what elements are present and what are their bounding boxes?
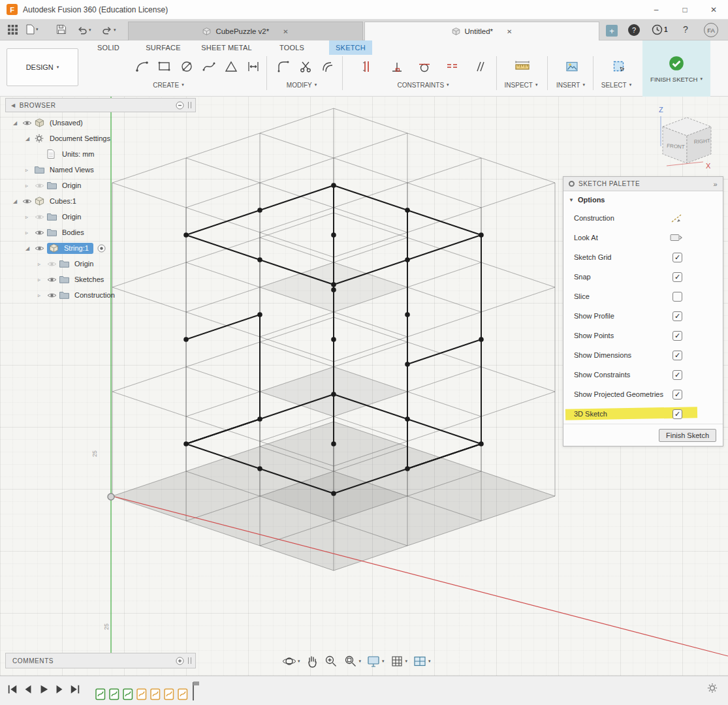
close-tab-icon[interactable]: ✕: [283, 28, 288, 35]
3d-sketch-checkbox[interactable]: ✓: [673, 409, 682, 419]
timeline-feature-marker[interactable]: [136, 688, 147, 700]
finish-sketch-palette-button[interactable]: Finish Sketch: [659, 429, 716, 442]
measure-icon[interactable]: [513, 57, 531, 76]
zoom-fit-icon[interactable]: ▾: [343, 654, 362, 668]
browser-item-string-1[interactable]: ◢String:1: [5, 240, 196, 256]
line-tool-icon[interactable]: [133, 57, 151, 76]
sketch-dimension-icon[interactable]: [358, 57, 376, 76]
undo-icon[interactable]: ▾: [77, 25, 91, 35]
timeline-feature-marker[interactable]: [123, 688, 133, 700]
expander-icon[interactable]: ◢: [25, 136, 35, 142]
new-tab-button[interactable]: +: [606, 25, 618, 37]
timeline-feature-marker[interactable]: [164, 688, 174, 700]
viewports-icon[interactable]: ▾: [413, 654, 431, 668]
grid-settings-icon[interactable]: ▾: [390, 654, 408, 668]
polygon-tool-icon[interactable]: [222, 57, 240, 76]
visibility-eye-icon[interactable]: [22, 119, 35, 127]
look-at-icon[interactable]: [670, 233, 682, 242]
step-back-button[interactable]: [21, 682, 35, 697]
timeline-feature-marker[interactable]: [178, 688, 188, 700]
help-icon[interactable]: ?: [683, 24, 688, 35]
skip-to-start-button[interactable]: [5, 682, 20, 697]
horizontal-vertical-constraint-icon[interactable]: [388, 57, 406, 76]
browser-item-origin[interactable]: ▹Origin: [5, 209, 196, 225]
visibility-eye-icon[interactable]: [47, 260, 59, 268]
finish-sketch-button[interactable]: FINISH SKETCH▾: [642, 40, 710, 97]
browser-item-unsaved[interactable]: ◢(Unsaved): [5, 115, 196, 131]
minimize-button[interactable]: –: [642, 0, 671, 19]
viewcube-front-face[interactable]: FRONT: [667, 143, 685, 150]
visibility-eye-icon[interactable]: [35, 229, 47, 236]
close-button[interactable]: ✕: [699, 0, 728, 19]
trim-tool-icon[interactable]: [296, 57, 315, 76]
circle-tool-icon[interactable]: [178, 57, 196, 76]
rectangle-tool-icon[interactable]: [155, 57, 174, 76]
document-tab-active[interactable]: Untitled* ✕: [364, 22, 599, 40]
expander-icon[interactable]: ▹: [38, 261, 47, 267]
show-profile-checkbox[interactable]: ✓: [673, 311, 682, 321]
orbit-icon[interactable]: ▾: [282, 654, 300, 668]
tab-sketch[interactable]: SKETCH: [329, 40, 372, 55]
expander-icon[interactable]: ▹: [38, 277, 47, 283]
save-icon[interactable]: [56, 24, 67, 35]
app-grid-icon[interactable]: [8, 25, 18, 35]
browser-item-document-settings[interactable]: ◢Document Settings: [5, 131, 196, 146]
snap-checkbox[interactable]: ✓: [673, 272, 682, 282]
maximize-button[interactable]: □: [671, 0, 699, 19]
play-button[interactable]: [37, 682, 51, 697]
minimize-panel-icon[interactable]: [176, 101, 184, 110]
timeline-feature-marker[interactable]: [95, 688, 106, 700]
spline-tool-icon[interactable]: [200, 57, 218, 76]
browser-item-named-views[interactable]: ▹Named Views: [5, 162, 196, 178]
visibility-eye-icon[interactable]: [35, 182, 47, 189]
browser-header[interactable]: ◀ BROWSER: [5, 98, 196, 112]
close-tab-icon[interactable]: ✕: [507, 28, 512, 35]
avatar[interactable]: FA: [704, 23, 718, 37]
expand-comments-icon[interactable]: [176, 657, 184, 665]
expander-icon[interactable]: ▹: [25, 183, 35, 189]
panel-grip[interactable]: [188, 102, 191, 108]
offset-tool-icon[interactable]: [319, 57, 337, 76]
display-settings-icon[interactable]: ▾: [366, 654, 385, 668]
browser-item-origin[interactable]: ▹Origin: [5, 178, 196, 193]
dimension-tool-icon[interactable]: [244, 57, 262, 76]
modify-group-label[interactable]: MODIFY▾: [270, 80, 333, 90]
expander-icon[interactable]: ◢: [25, 245, 35, 251]
document-tab[interactable]: CubePuzzle v2* ✕: [128, 22, 363, 40]
expand-panel-icon[interactable]: »: [713, 180, 718, 188]
tab-tools[interactable]: TOOLS: [273, 40, 311, 55]
browser-item-cubes-1[interactable]: ◢Cubes:1: [5, 193, 196, 209]
expander-icon[interactable]: ▹: [38, 292, 47, 298]
parallel-constraint-icon[interactable]: [470, 57, 488, 76]
pan-icon[interactable]: [306, 654, 319, 668]
expander-icon[interactable]: ◢: [13, 198, 22, 204]
visibility-eye-icon[interactable]: [35, 245, 47, 252]
fillet-tool-icon[interactable]: [274, 57, 293, 76]
slice-checkbox[interactable]: [673, 292, 682, 302]
tab-surface[interactable]: SURFACE: [140, 40, 187, 55]
tangent-constraint-icon[interactable]: [415, 57, 434, 76]
job-status-icon[interactable]: 1: [652, 24, 668, 35]
canvas-image-icon[interactable]: [563, 57, 581, 76]
tab-solid[interactable]: SOLID: [90, 40, 127, 55]
file-menu-icon[interactable]: ▾: [26, 24, 39, 35]
insert-group-label[interactable]: INSERT▾: [547, 80, 594, 90]
select-box-icon[interactable]: [610, 57, 628, 76]
expander-icon[interactable]: ◢: [13, 120, 22, 126]
skip-to-end-button[interactable]: [68, 682, 82, 697]
visibility-eye-icon[interactable]: [47, 292, 59, 299]
timeline-feature-marker[interactable]: [150, 688, 161, 700]
browser-item-origin[interactable]: ▹Origin: [5, 256, 196, 272]
activate-component-radio[interactable]: [97, 244, 106, 253]
comments-bar[interactable]: COMMENTS: [5, 653, 196, 668]
collapse-panel-icon[interactable]: ◀: [11, 102, 16, 108]
workspace-selector[interactable]: DESIGN▾: [7, 48, 78, 86]
step-forward-button[interactable]: [52, 682, 67, 697]
expander-icon[interactable]: ▹: [25, 167, 35, 173]
panel-grip[interactable]: [188, 657, 191, 664]
tab-sheet-metal[interactable]: SHEET METAL: [196, 40, 257, 55]
sketch-grid-checkbox[interactable]: ✓: [673, 253, 682, 262]
visibility-eye-icon[interactable]: [35, 213, 47, 221]
inspect-group-label[interactable]: INSPECT▾: [496, 80, 546, 90]
show-points-checkbox[interactable]: ✓: [673, 331, 682, 341]
